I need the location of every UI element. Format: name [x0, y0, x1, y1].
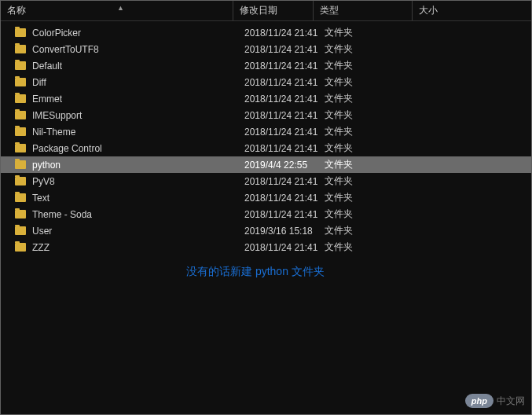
folder-icon [15, 28, 26, 37]
table-row[interactable]: ConvertToUTF82018/11/24 21:41文件夹 [1, 41, 531, 57]
file-date: 2018/11/24 21:41 [244, 28, 325, 39]
file-name: PyV8 [32, 176, 244, 187]
table-row[interactable]: User2019/3/16 15:18文件夹 [1, 222, 531, 239]
file-date: 2018/11/24 21:41 [244, 110, 325, 121]
file-type: 文件夹 [325, 75, 424, 89]
column-header-row: 名称 修改日期 类型 大小 ▲ [1, 1, 531, 21]
folder-icon [15, 243, 26, 252]
file-list: ColorPicker2018/11/24 21:41文件夹ConvertToU… [1, 21, 531, 255]
folder-icon [15, 111, 26, 119]
sort-indicator-icon: ▲ [117, 4, 124, 12]
file-type: 文件夹 [325, 59, 424, 72]
file-date: 2018/11/24 21:41 [244, 44, 325, 55]
annotation-text: 没有的话新建 python 文件夹 [186, 265, 325, 279]
file-date: 2018/11/24 21:41 [244, 143, 325, 154]
file-name: Text [32, 193, 244, 204]
file-type: 文件夹 [325, 141, 424, 155]
table-row[interactable]: Text2018/11/24 21:41文件夹 [1, 189, 531, 206]
table-row[interactable]: Emmet2018/11/24 21:41文件夹 [1, 90, 531, 107]
watermark-badge: php [465, 394, 493, 408]
file-name: python [32, 160, 244, 171]
file-type: 文件夹 [325, 208, 424, 221]
file-name: Package Control [32, 143, 244, 154]
annotation-arrow [1, 255, 532, 415]
file-type: 文件夹 [325, 241, 424, 254]
file-name: ColorPicker [32, 28, 244, 39]
folder-icon [15, 177, 26, 185]
folder-icon [15, 127, 26, 136]
table-row[interactable]: PyV82018/11/24 21:41文件夹 [1, 173, 531, 189]
table-row[interactable]: Nil-Theme2018/11/24 21:41文件夹 [1, 123, 531, 140]
table-row[interactable]: ZZZ2018/11/24 21:41文件夹 [1, 239, 531, 255]
folder-icon [15, 226, 26, 235]
table-row[interactable]: ColorPicker2018/11/24 21:41文件夹 [1, 24, 531, 41]
column-header-size[interactable]: 大小 [413, 1, 531, 20]
file-date: 2019/4/4 22:55 [244, 160, 325, 171]
folder-icon [15, 193, 26, 202]
column-header-date[interactable]: 修改日期 [233, 1, 314, 20]
file-date: 2018/11/24 21:41 [244, 193, 325, 204]
file-name: Nil-Theme [32, 127, 244, 138]
file-name: Emmet [32, 94, 244, 105]
file-type: 文件夹 [325, 158, 424, 171]
watermark-text: 中文网 [497, 395, 525, 408]
file-type: 文件夹 [325, 42, 424, 56]
file-date: 2018/11/24 21:41 [244, 176, 325, 187]
file-name: IMESupport [32, 110, 244, 121]
table-row[interactable]: python2019/4/4 22:55文件夹 [1, 156, 531, 173]
file-date: 2019/3/16 15:18 [244, 226, 325, 237]
folder-icon [15, 78, 26, 86]
file-name: Diff [32, 77, 244, 88]
file-name: ConvertToUTF8 [32, 44, 244, 55]
column-header-type[interactable]: 类型 [314, 1, 413, 20]
table-row[interactable]: Package Control2018/11/24 21:41文件夹 [1, 140, 531, 156]
file-type: 文件夹 [325, 92, 424, 105]
folder-icon [15, 61, 26, 70]
file-date: 2018/11/24 21:41 [244, 209, 325, 220]
file-date: 2018/11/24 21:41 [244, 127, 325, 138]
table-row[interactable]: Theme - Soda2018/11/24 21:41文件夹 [1, 206, 531, 222]
table-row[interactable]: IMESupport2018/11/24 21:41文件夹 [1, 107, 531, 123]
table-row[interactable]: Diff2018/11/24 21:41文件夹 [1, 74, 531, 90]
file-date: 2018/11/24 21:41 [244, 242, 325, 253]
file-name: Theme - Soda [32, 209, 244, 220]
file-type: 文件夹 [325, 108, 424, 122]
file-type: 文件夹 [325, 26, 424, 39]
table-row[interactable]: Default2018/11/24 21:41文件夹 [1, 57, 531, 74]
folder-icon [15, 144, 26, 152]
file-type: 文件夹 [325, 191, 424, 204]
folder-icon [15, 45, 26, 53]
file-date: 2018/11/24 21:41 [244, 77, 325, 88]
file-type: 文件夹 [325, 125, 424, 138]
watermark: php 中文网 [465, 394, 525, 408]
file-name: ZZZ [32, 242, 244, 253]
folder-icon [15, 94, 26, 103]
file-name: User [32, 226, 244, 237]
file-type: 文件夹 [325, 224, 424, 237]
file-date: 2018/11/24 21:41 [244, 94, 325, 105]
folder-icon [15, 210, 26, 219]
file-type: 文件夹 [325, 174, 424, 188]
file-date: 2018/11/24 21:41 [244, 61, 325, 72]
folder-icon [15, 160, 26, 169]
file-name: Default [32, 61, 244, 72]
